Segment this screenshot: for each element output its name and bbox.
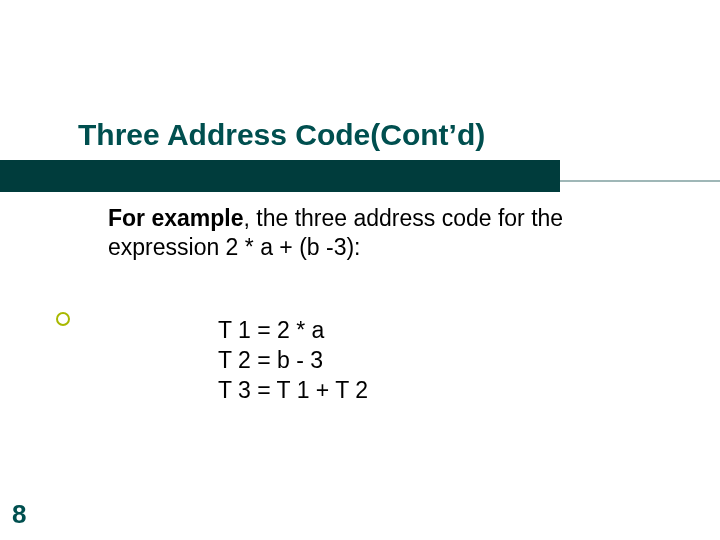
title-underline-tail <box>560 180 720 182</box>
code-line-1: T 1 = 2 * a <box>218 316 368 346</box>
title-underline-bar <box>0 160 560 192</box>
code-line-3: T 3 = T 1 + T 2 <box>218 376 368 406</box>
slide: Three Address Code(Cont’d) For example, … <box>0 0 720 540</box>
intro-text: For example, the three address code for … <box>108 204 628 262</box>
intro-lead: For example <box>108 205 244 231</box>
code-block: T 1 = 2 * a T 2 = b - 3 T 3 = T 1 + T 2 <box>218 316 368 406</box>
bullet-icon <box>56 312 70 326</box>
slide-title: Three Address Code(Cont’d) <box>78 118 485 152</box>
code-line-2: T 2 = b - 3 <box>218 346 368 376</box>
page-number: 8 <box>12 499 26 530</box>
